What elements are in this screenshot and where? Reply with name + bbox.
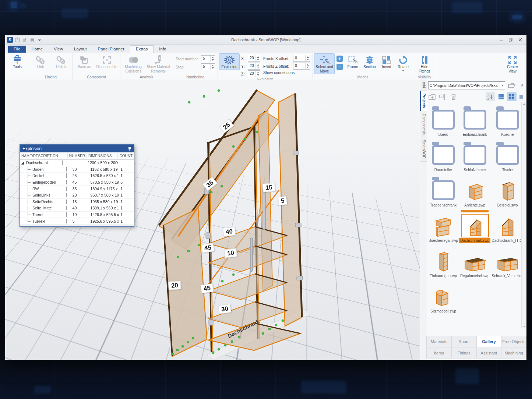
row-checkbox[interactable]	[66, 180, 67, 184]
edit-folder-button[interactable]	[438, 92, 448, 101]
project-folder[interactable]: Tische	[491, 139, 521, 173]
fronts-z-spinner[interactable]: 0	[293, 63, 310, 70]
tab-items[interactable]: Items	[426, 347, 452, 359]
column-checkbox[interactable]	[60, 153, 68, 158]
column-number[interactable]: NUMBER	[68, 153, 87, 158]
row-checkbox[interactable]	[66, 219, 67, 223]
project-file[interactable]: Anrichte.swp	[459, 174, 491, 208]
tab-file[interactable]: File	[8, 46, 26, 53]
vertical-tab-smartwop[interactable]: SmartWOP	[420, 137, 427, 162]
spinner-arrows[interactable]	[210, 56, 215, 62]
tab-materials[interactable]: Materials	[426, 336, 452, 347]
tab-info[interactable]: Info	[154, 46, 172, 53]
tab-view[interactable]: View	[48, 46, 68, 53]
spinner-arrows[interactable]	[256, 63, 260, 69]
delete-button[interactable]	[449, 92, 458, 101]
path-combobox[interactable]	[428, 81, 505, 89]
invert-button[interactable]: Invert	[378, 53, 395, 70]
start-number-spinner[interactable]: 5	[201, 55, 215, 62]
tab-extras[interactable]: Extras	[130, 45, 154, 53]
project-file[interactable]: Buecherregal.swp	[427, 210, 459, 244]
restore-button[interactable]	[509, 38, 512, 42]
spinner-arrows[interactable]	[305, 55, 310, 61]
step-spinner[interactable]: 5	[201, 63, 215, 70]
explosion-z-spinner[interactable]: 20	[248, 70, 260, 77]
row-checkbox[interactable]	[66, 187, 67, 191]
project-file[interactable]: Schrank_Vorstellun...	[491, 245, 521, 279]
print-icon[interactable]	[29, 37, 35, 42]
save-icon[interactable]	[15, 37, 20, 42]
browse-folder-button[interactable]	[507, 81, 517, 90]
scroll-up-icon[interactable]	[523, 103, 525, 105]
project-file[interactable]: Regalmoebel.swp	[459, 245, 491, 279]
minimize-button[interactable]	[499, 38, 503, 42]
row-checkbox[interactable]	[66, 173, 67, 178]
table-row[interactable]: TuereL 10 1426.8 x 595.5 x 19 1	[20, 212, 134, 218]
project-file[interactable]: Sitzmoebel.swp	[427, 280, 459, 314]
project-file[interactable]: Dachschrank_HT20...	[491, 210, 521, 244]
pin-icon[interactable]	[518, 81, 525, 90]
column-count[interactable]: COUNT	[118, 153, 134, 158]
explosion-x-spinner[interactable]: 20	[248, 55, 260, 62]
section-button[interactable]: Section	[361, 53, 378, 70]
medium-icons-view-button[interactable]	[507, 92, 517, 101]
table-row[interactable]: SeiteRechts 15 1935 x 580 x 19 1	[20, 199, 134, 205]
explosion-panel-header[interactable]: Explosion	[20, 145, 134, 152]
unlink-button[interactable]: Unlink	[51, 53, 71, 70]
explosion-button[interactable]: Explosion	[219, 53, 240, 70]
center-view-button[interactable]: Center View	[502, 53, 523, 74]
tab-room[interactable]: Room	[451, 336, 477, 347]
show-material-removal-button[interactable]: Show Material Removal	[145, 53, 172, 74]
project-file-selected[interactable]: Dachschrank.swp	[459, 210, 491, 244]
path-dropdown-icon[interactable]	[500, 82, 505, 89]
tools-button[interactable]: Tools	[7, 53, 28, 70]
export-icon[interactable]	[22, 37, 28, 42]
pin-icon[interactable]	[128, 146, 131, 151]
quick-access-dropdown-icon[interactable]	[37, 37, 42, 42]
tab-layout[interactable]: Layout	[68, 46, 92, 53]
project-folder[interactable]: Schlafzimmer	[459, 139, 491, 173]
scroll-down-icon[interactable]	[523, 326, 525, 327]
explosion-panel[interactable]: Explosion NAME/DESCRIPTION NUMBER DIMENS…	[20, 144, 134, 227]
rotate-button[interactable]: Rotate	[395, 53, 412, 72]
tab-panel-planner[interactable]: Panel Planner	[92, 46, 130, 53]
machining-collisions-button[interactable]: Machining Collisions	[121, 53, 145, 74]
show-connections-toggle[interactable]: Show connections	[263, 70, 310, 75]
table-row[interactable]: RW 35 1894.9 x 1175 x 8 1	[20, 186, 134, 192]
table-row[interactable]: Einlegeboden 45 570.5 x 550 x 19 6	[20, 179, 134, 186]
row-checkbox[interactable]	[66, 193, 67, 197]
frame-button[interactable]: Frame	[345, 53, 361, 70]
vertical-tab-mi4[interactable]: mi4	[420, 80, 427, 91]
column-dimensions[interactable]: DIMENSIONS	[87, 153, 118, 158]
project-folder[interactable]: Kueche	[491, 104, 521, 138]
row-checkbox[interactable]	[66, 212, 67, 217]
plus-button[interactable]: +	[337, 56, 343, 62]
path-input[interactable]	[429, 84, 500, 88]
sort-az-button[interactable]: AZ	[486, 92, 495, 101]
tab-gallery[interactable]: Gallery	[476, 336, 502, 347]
row-checkbox[interactable]	[66, 167, 67, 172]
spinner-arrows[interactable]	[210, 64, 215, 70]
project-folder[interactable]: Treppenschrank	[427, 174, 459, 208]
tab-machining[interactable]: Machining	[501, 347, 526, 359]
viewport-3d[interactable]: 25 35 15 5 40 45 10 45 20 30 Dachschrank…	[5, 80, 420, 360]
large-icons-view-button[interactable]	[518, 92, 525, 101]
explosion-y-spinner[interactable]: 20	[248, 63, 260, 70]
vertical-tab-projects[interactable]: Projects	[420, 91, 427, 111]
table-row[interactable]: SeiteLinks 20 950.7 x 580 x 19 1	[20, 192, 134, 199]
tree-expander-icon[interactable]	[21, 162, 24, 165]
table-row[interactable]: Deckel 25 1528.5 x 580 x 19 1	[20, 173, 134, 179]
row-checkbox[interactable]	[62, 160, 63, 165]
row-checkbox[interactable]	[66, 206, 67, 210]
project-file[interactable]: Beispiel.swp	[491, 174, 521, 208]
sidebar-scrollbar[interactable]	[521, 102, 526, 328]
save-as-button[interactable]: Save as	[74, 53, 95, 70]
spinner-arrows[interactable]	[256, 71, 260, 77]
title-bar[interactable]: S Dachschrank - SmartWOP [Workshop]	[5, 35, 526, 45]
hide-fittings-button[interactable]: Hide Fittings	[414, 53, 435, 74]
small-icons-view-button[interactable]	[496, 92, 506, 101]
link-button[interactable]: Link	[30, 53, 51, 70]
tab-assistant[interactable]: Assistant	[476, 347, 502, 359]
minus-button[interactable]: −	[337, 64, 343, 70]
project-folder[interactable]: Einbauschrank	[459, 104, 491, 138]
